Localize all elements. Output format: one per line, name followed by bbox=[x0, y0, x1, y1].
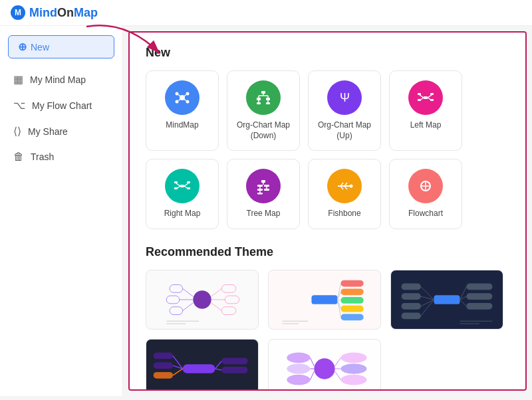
flowchart-icon bbox=[408, 169, 443, 203]
org-chart-down-icon bbox=[246, 80, 281, 115]
svg-point-115 bbox=[287, 352, 310, 363]
svg-rect-77 bbox=[340, 306, 363, 312]
svg-line-100 bbox=[460, 300, 467, 306]
map-type-org-chart-up[interactable]: Ψ Org-Chart Map (Up) bbox=[308, 70, 381, 151]
svg-rect-25 bbox=[418, 99, 421, 101]
new-button[interactable]: ⊕ New bbox=[8, 35, 114, 58]
mind-map-icon: ▦ bbox=[13, 73, 23, 86]
svg-text:Ψ: Ψ bbox=[340, 91, 350, 104]
map-type-fishbone[interactable]: Fishbone bbox=[308, 159, 381, 229]
plus-icon: ⊕ bbox=[18, 41, 27, 53]
map-type-left-map[interactable]: Left Map bbox=[389, 70, 462, 151]
tree-map-label: Tree Map bbox=[247, 209, 281, 219]
svg-point-114 bbox=[314, 358, 334, 379]
svg-line-63 bbox=[183, 303, 194, 311]
right-map-icon bbox=[165, 169, 200, 203]
svg-point-1 bbox=[176, 92, 179, 96]
svg-rect-9 bbox=[261, 91, 265, 94]
flowchart-label: Flowchart bbox=[408, 209, 443, 219]
svg-rect-103 bbox=[183, 364, 215, 373]
svg-rect-66 bbox=[221, 284, 236, 292]
svg-rect-24 bbox=[418, 93, 421, 95]
svg-rect-45 bbox=[257, 189, 263, 191]
svg-rect-111 bbox=[221, 367, 247, 373]
sidebar-label-trash: Trash bbox=[31, 151, 54, 162]
share-icon: ⟨⟩ bbox=[13, 125, 21, 138]
svg-line-126 bbox=[335, 371, 341, 380]
org-chart-up-icon: Ψ bbox=[327, 80, 362, 115]
svg-rect-64 bbox=[170, 307, 183, 315]
tree-map-icon bbox=[246, 169, 281, 203]
svg-point-116 bbox=[287, 363, 310, 374]
sidebar-item-trash[interactable]: 🗑 Trash bbox=[0, 144, 122, 169]
org-chart-down-label: Org-Chart Map(Down) bbox=[237, 120, 290, 141]
svg-rect-42 bbox=[264, 185, 269, 187]
svg-line-22 bbox=[420, 95, 424, 98]
theme-item-5[interactable] bbox=[268, 339, 381, 391]
svg-point-119 bbox=[340, 363, 366, 374]
svg-rect-33 bbox=[174, 181, 178, 183]
svg-line-2 bbox=[179, 95, 181, 97]
svg-rect-18 bbox=[257, 102, 261, 104]
svg-rect-110 bbox=[221, 357, 247, 364]
svg-line-123 bbox=[310, 371, 314, 380]
svg-rect-14 bbox=[257, 98, 261, 100]
logo: MindOnMap bbox=[11, 5, 98, 20]
svg-line-8 bbox=[184, 99, 186, 101]
flow-chart-icon: ⌥ bbox=[13, 99, 25, 112]
svg-point-5 bbox=[176, 100, 179, 104]
sidebar: ⊕ New ▦ My Mind Map ⌥ My Flow Chart ⟨⟩ M… bbox=[0, 26, 123, 396]
svg-rect-88 bbox=[402, 293, 421, 300]
left-map-label: Left Map bbox=[410, 120, 442, 131]
svg-rect-74 bbox=[340, 280, 363, 286]
theme-item-2[interactable] bbox=[268, 270, 381, 330]
svg-point-120 bbox=[340, 375, 366, 385]
svg-rect-97 bbox=[466, 303, 492, 310]
recommended-theme-title: Recommended Theme bbox=[146, 245, 509, 259]
sidebar-item-my-flow-chart[interactable]: ⌥ My Flow Chart bbox=[0, 92, 122, 118]
svg-rect-68 bbox=[225, 296, 239, 304]
left-map-icon bbox=[408, 80, 443, 115]
svg-line-69 bbox=[211, 303, 222, 311]
svg-point-54 bbox=[350, 185, 353, 188]
theme-item-4[interactable] bbox=[146, 339, 259, 391]
map-type-mindmap[interactable]: MindMap bbox=[146, 70, 219, 151]
map-type-flowchart[interactable]: Flowchart bbox=[389, 159, 462, 229]
svg-rect-106 bbox=[154, 372, 173, 379]
svg-line-59 bbox=[183, 288, 194, 296]
mindmap-icon bbox=[165, 80, 200, 115]
layout: ⊕ New ▦ My Mind Map ⌥ My Flow Chart ⟨⟩ M… bbox=[0, 26, 532, 396]
fishbone-icon bbox=[327, 169, 362, 203]
svg-rect-75 bbox=[340, 288, 363, 295]
sidebar-item-my-mind-map[interactable]: ▦ My Mind Map bbox=[0, 66, 122, 92]
svg-line-31 bbox=[176, 183, 180, 186]
svg-point-58 bbox=[193, 290, 211, 308]
new-section-title: New bbox=[146, 46, 509, 60]
map-type-tree-map[interactable]: Tree Map bbox=[227, 159, 300, 229]
map-type-org-chart-down[interactable]: Org-Chart Map(Down) bbox=[227, 70, 300, 151]
svg-point-3 bbox=[186, 92, 190, 96]
mindmap-label: MindMap bbox=[166, 120, 198, 131]
map-type-right-map[interactable]: Right Map bbox=[146, 159, 219, 229]
svg-line-26 bbox=[428, 95, 432, 98]
svg-point-117 bbox=[287, 375, 310, 385]
svg-rect-28 bbox=[430, 93, 434, 95]
new-button-label: New bbox=[31, 42, 49, 52]
svg-rect-41 bbox=[257, 185, 263, 187]
svg-rect-95 bbox=[466, 283, 492, 290]
svg-rect-104 bbox=[154, 352, 173, 359]
sidebar-item-my-share[interactable]: ⟨⟩ My Share bbox=[0, 118, 122, 144]
svg-rect-89 bbox=[402, 303, 421, 310]
right-map-label: Right Map bbox=[164, 209, 201, 219]
svg-rect-86 bbox=[434, 295, 460, 304]
theme-item-3[interactable] bbox=[390, 270, 503, 330]
svg-rect-21 bbox=[424, 96, 428, 99]
svg-rect-38 bbox=[187, 187, 190, 189]
svg-rect-76 bbox=[340, 297, 363, 304]
svg-rect-87 bbox=[402, 283, 421, 290]
svg-rect-73 bbox=[311, 295, 337, 304]
svg-rect-46 bbox=[264, 189, 269, 191]
theme-item-1[interactable] bbox=[146, 270, 259, 330]
svg-point-118 bbox=[340, 352, 366, 363]
svg-rect-62 bbox=[166, 296, 180, 304]
